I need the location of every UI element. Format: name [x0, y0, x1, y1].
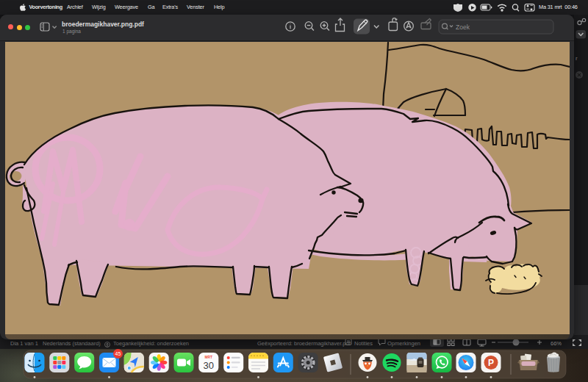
svg-text:MRT: MRT [205, 356, 212, 359]
svg-text:r: r [576, 55, 578, 62]
svg-text:P: P [488, 358, 494, 368]
svg-text:Zoek: Zoek [456, 24, 470, 31]
svg-text:30: 30 [204, 360, 214, 371]
